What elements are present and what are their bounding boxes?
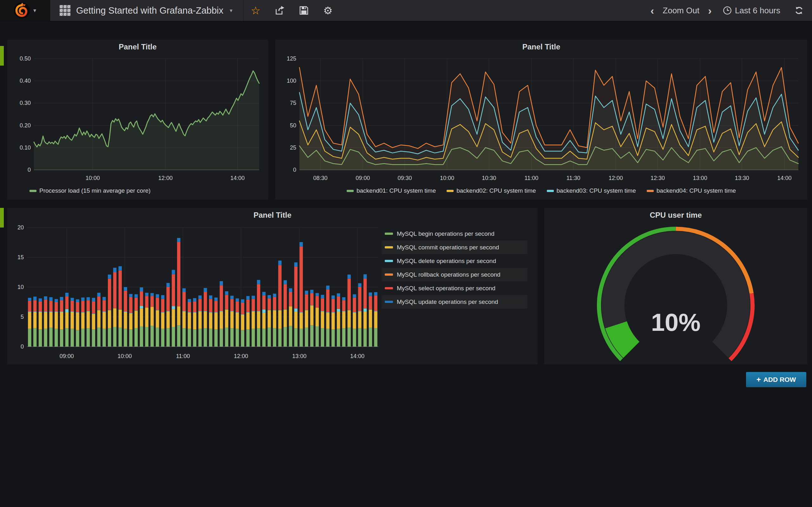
legend-series-label: MySQL commit operations per second bbox=[397, 244, 499, 251]
legend-series-label: backend02: CPU system time bbox=[456, 187, 536, 194]
legend-series-color bbox=[385, 301, 393, 303]
svg-text:11:00: 11:00 bbox=[525, 175, 539, 181]
bar-chart-mysql-operations[interactable]: 09:0010:0011:0012:0013:0014:0005101520 bbox=[11, 222, 382, 360]
legend-item[interactable]: backend02: CPU system time bbox=[447, 187, 536, 194]
legend-series-label: backend03: CPU system time bbox=[557, 187, 636, 194]
legend-item[interactable]: MySQL commit operations per second bbox=[382, 240, 527, 254]
svg-text:08:30: 08:30 bbox=[313, 175, 328, 181]
star-icon: ☆ bbox=[251, 5, 260, 16]
share-button[interactable] bbox=[268, 0, 292, 21]
legend-series-label: MySQL delete operations per second bbox=[397, 258, 496, 265]
grafana-logo-icon bbox=[14, 2, 30, 19]
dashboard-title-button[interactable]: Getting Started with Grafana-Zabbix ▾ bbox=[50, 0, 244, 21]
svg-text:10:30: 10:30 bbox=[482, 175, 496, 181]
svg-text:10%: 10% bbox=[651, 308, 700, 336]
legend-series-color bbox=[385, 233, 393, 235]
time-range-picker[interactable]: Last 6 hours bbox=[718, 0, 785, 21]
svg-text:12:00: 12:00 bbox=[609, 175, 623, 181]
legend-item[interactable]: MySQL begin operations per second bbox=[382, 227, 527, 240]
clock-icon bbox=[723, 6, 732, 15]
navbar: ▾ Getting Started with Grafana-Zabbix ▾ … bbox=[0, 0, 812, 21]
chart-legend: Processor load (15 min average per core) bbox=[11, 184, 264, 198]
legend-series-color bbox=[547, 190, 554, 192]
row-collapse-handle[interactable] bbox=[0, 46, 4, 66]
svg-text:0: 0 bbox=[293, 167, 296, 173]
svg-text:13:30: 13:30 bbox=[735, 175, 749, 181]
svg-text:10:00: 10:00 bbox=[86, 175, 100, 181]
line-chart-processor-load[interactable]: 10:0012:0014:0000.100.200.300.400.50 bbox=[11, 54, 264, 182]
svg-text:14:00: 14:00 bbox=[350, 353, 364, 359]
svg-text:25: 25 bbox=[290, 145, 296, 151]
svg-text:12:00: 12:00 bbox=[234, 353, 248, 359]
save-icon bbox=[299, 5, 309, 15]
svg-text:0: 0 bbox=[28, 167, 31, 173]
legend-item[interactable]: backend03: CPU system time bbox=[547, 187, 636, 194]
line-chart-cpu-system-time[interactable]: 08:3009:0009:3010:0010:3011:0011:3012:00… bbox=[279, 54, 803, 182]
svg-text:09:00: 09:00 bbox=[356, 175, 370, 181]
time-shift-forward-button[interactable]: › bbox=[703, 0, 717, 21]
svg-text:0.50: 0.50 bbox=[20, 55, 31, 62]
legend-series-label: backend04: CPU system time bbox=[657, 187, 736, 194]
svg-text:09:00: 09:00 bbox=[60, 353, 74, 359]
svg-text:10: 10 bbox=[17, 284, 24, 290]
legend-series-label: MySQL begin operations per second bbox=[397, 230, 495, 237]
chart-legend: MySQL begin operations per secondMySQL c… bbox=[382, 227, 527, 360]
refresh-button[interactable] bbox=[792, 0, 806, 21]
svg-text:11:30: 11:30 bbox=[566, 175, 580, 181]
title-caret-icon: ▾ bbox=[230, 7, 233, 14]
legend-item[interactable]: backend04: CPU system time bbox=[647, 187, 736, 194]
legend-series-label: MySQL select operations per second bbox=[397, 285, 496, 292]
add-row-label: ADD ROW bbox=[763, 376, 796, 383]
svg-text:14:00: 14:00 bbox=[777, 175, 792, 181]
time-shift-back-button[interactable]: ‹ bbox=[645, 0, 659, 21]
row-collapse-handle[interactable] bbox=[0, 208, 4, 228]
legend-item[interactable]: Processor load (15 min average per core) bbox=[30, 187, 151, 194]
gear-icon: ⚙ bbox=[323, 5, 333, 16]
dashboard-grid-icon bbox=[60, 5, 70, 16]
legend-series-color bbox=[385, 287, 393, 289]
add-row-button[interactable]: + ADD ROW bbox=[746, 372, 806, 387]
svg-text:0.40: 0.40 bbox=[20, 78, 31, 84]
legend-series-label: MySQL update operations per second bbox=[397, 298, 498, 305]
legend-series-color bbox=[347, 190, 354, 192]
legend-series-color bbox=[385, 260, 393, 262]
panel-mysql-operations: Panel Title 09:0010:0011:0012:0013:0014:… bbox=[7, 208, 538, 364]
svg-text:125: 125 bbox=[287, 55, 296, 62]
legend-item[interactable]: backend01: CPU system time bbox=[347, 187, 436, 194]
grafana-logo[interactable]: ▾ bbox=[0, 0, 50, 21]
logo-caret-icon: ▾ bbox=[33, 7, 36, 14]
svg-text:11:00: 11:00 bbox=[176, 353, 190, 359]
legend-item[interactable]: MySQL delete operations per second bbox=[382, 254, 527, 268]
legend-item[interactable]: MySQL update operations per second bbox=[382, 295, 527, 308]
legend-series-label: Processor load (15 min average per core) bbox=[39, 187, 151, 194]
settings-button[interactable]: ⚙ bbox=[316, 0, 340, 21]
svg-text:0.10: 0.10 bbox=[20, 145, 31, 151]
legend-item[interactable]: MySQL rollback operations per second bbox=[382, 268, 527, 281]
panel-title[interactable]: Panel Title bbox=[275, 40, 807, 54]
panel-processor-load: Panel Title 10:0012:0014:0000.100.200.30… bbox=[7, 40, 268, 200]
panel-title[interactable]: CPU user time bbox=[544, 208, 807, 222]
star-button[interactable]: ☆ bbox=[244, 0, 268, 21]
svg-text:100: 100 bbox=[287, 78, 296, 84]
dashboard-title: Getting Started with Grafana-Zabbix bbox=[76, 5, 223, 16]
legend-series-label: backend01: CPU system time bbox=[357, 187, 436, 194]
legend-series-color bbox=[385, 274, 393, 276]
time-range-label: Last 6 hours bbox=[735, 6, 780, 15]
legend-series-color bbox=[385, 246, 393, 248]
panel-cpu-user-time: CPU user time 10% bbox=[544, 208, 807, 364]
svg-text:10:00: 10:00 bbox=[118, 353, 132, 359]
panel-title[interactable]: Panel Title bbox=[7, 208, 538, 222]
save-button[interactable] bbox=[292, 0, 316, 21]
svg-text:14:00: 14:00 bbox=[230, 175, 245, 181]
svg-text:12:00: 12:00 bbox=[158, 175, 172, 181]
svg-text:09:30: 09:30 bbox=[397, 175, 412, 181]
legend-item[interactable]: MySQL select operations per second bbox=[382, 281, 527, 295]
svg-text:15: 15 bbox=[17, 254, 24, 261]
plus-icon: + bbox=[757, 375, 761, 384]
svg-text:13:00: 13:00 bbox=[292, 353, 306, 359]
zoom-out-button[interactable]: Zoom Out bbox=[661, 0, 701, 21]
panel-title[interactable]: Panel Title bbox=[7, 40, 268, 54]
svg-text:0.30: 0.30 bbox=[20, 100, 31, 106]
chart-legend: backend01: CPU system timebackend02: CPU… bbox=[279, 184, 803, 198]
legend-series-color bbox=[30, 190, 37, 192]
